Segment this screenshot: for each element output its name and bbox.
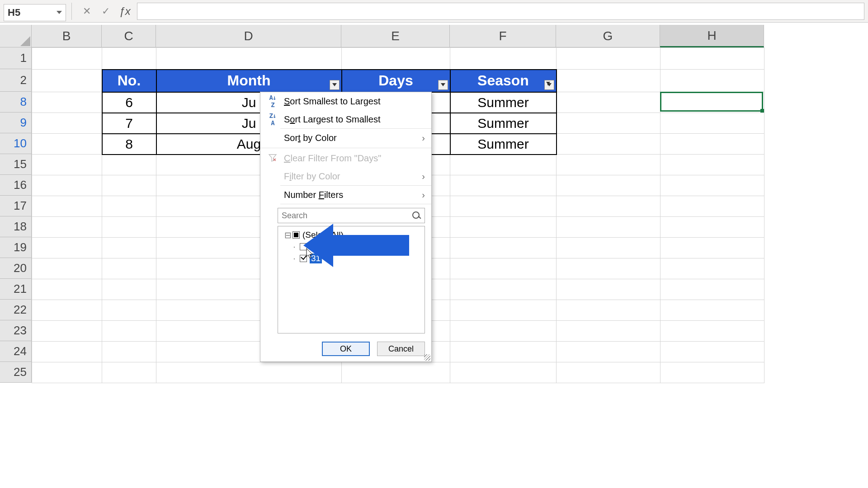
cell-B25[interactable] [32, 362, 102, 383]
cell-H23[interactable] [660, 321, 764, 342]
cell-B1[interactable] [32, 48, 102, 70]
cell-C20[interactable] [102, 258, 156, 279]
row-header-22[interactable]: 22 [0, 300, 32, 320]
cell-F10[interactable]: Summer [450, 134, 557, 155]
cell-H21[interactable] [660, 279, 764, 300]
cell-F25[interactable] [450, 362, 557, 383]
cell-G17[interactable] [557, 196, 660, 217]
filter-item-select-all[interactable]: ⊟ (Select All) [281, 229, 422, 241]
cell-F20[interactable] [450, 258, 557, 279]
cell-B16[interactable] [32, 175, 102, 196]
cell-H2[interactable] [660, 70, 764, 92]
cell-F15[interactable] [450, 155, 557, 175]
cell-B19[interactable] [32, 238, 102, 258]
name-box[interactable]: H5 [4, 4, 66, 21]
row-header-2[interactable]: 2 [0, 69, 32, 92]
row-header-18[interactable]: 18 [0, 216, 32, 237]
filter-button-days[interactable] [438, 80, 448, 90]
cell-E1[interactable] [342, 48, 450, 70]
cell-F23[interactable] [450, 321, 557, 342]
cell-H24[interactable] [660, 342, 764, 362]
row-header-20[interactable]: 20 [0, 258, 32, 279]
cell-C23[interactable] [102, 321, 156, 342]
cell-G24[interactable] [557, 342, 660, 362]
cell-B17[interactable] [32, 196, 102, 217]
cell-G1[interactable] [557, 48, 660, 70]
filter-item-31[interactable]: · 31 [281, 253, 422, 264]
cell-H8[interactable] [660, 92, 764, 113]
formula-cancel-button[interactable]: ✕ [77, 3, 96, 20]
row-header-9[interactable]: 9 [0, 113, 32, 133]
select-all-corner[interactable] [0, 25, 32, 47]
cell-D1[interactable] [156, 48, 342, 70]
cell-B24[interactable] [32, 342, 102, 362]
cell-B15[interactable] [32, 155, 102, 175]
name-box-caret-icon[interactable] [57, 11, 62, 14]
row-header-19[interactable]: 19 [0, 237, 32, 258]
cell-F24[interactable] [450, 342, 557, 362]
column-header-E[interactable]: E [341, 25, 450, 47]
row-header-21[interactable]: 21 [0, 279, 32, 300]
cell-H19[interactable] [660, 238, 764, 258]
filter-search-input[interactable] [278, 208, 425, 223]
cell-D25[interactable] [156, 362, 342, 383]
cell-C1[interactable] [102, 48, 156, 70]
cell-H15[interactable] [660, 155, 764, 175]
column-header-H[interactable]: H [660, 25, 764, 47]
cell-C8[interactable]: 6 [102, 92, 156, 113]
cell-G21[interactable] [557, 279, 660, 300]
column-header-C[interactable]: C [102, 25, 156, 47]
cell-C19[interactable] [102, 238, 156, 258]
sort-descending[interactable]: Z↓A Sort Largest to Smallest [260, 110, 431, 128]
row-header-17[interactable]: 17 [0, 196, 32, 216]
cell-C17[interactable] [102, 196, 156, 217]
resize-grip-icon[interactable] [424, 354, 430, 361]
formula-enter-button[interactable]: ✓ [96, 3, 115, 20]
column-header-B[interactable]: B [32, 25, 102, 47]
cell-C2[interactable]: No. [102, 70, 156, 92]
cell-H17[interactable] [660, 196, 764, 217]
cell-F16[interactable] [450, 175, 557, 196]
filter-button-season[interactable] [544, 80, 554, 90]
search-icon[interactable] [410, 210, 422, 221]
cell-G25[interactable] [557, 362, 660, 383]
cell-H10[interactable] [660, 134, 764, 155]
cell-F18[interactable] [450, 217, 557, 238]
cancel-button[interactable]: Cancel [377, 342, 425, 356]
cell-G16[interactable] [557, 175, 660, 196]
cell-F1[interactable] [450, 48, 557, 70]
row-header-25[interactable]: 25 [0, 362, 32, 383]
cell-H16[interactable] [660, 175, 764, 196]
cell-G20[interactable] [557, 258, 660, 279]
cell-B23[interactable] [32, 321, 102, 342]
row-header-10[interactable]: 10 [0, 133, 32, 154]
cell-F19[interactable] [450, 238, 557, 258]
checkbox-checked[interactable] [300, 255, 307, 262]
checkbox[interactable] [300, 243, 307, 250]
cell-F22[interactable] [450, 300, 557, 321]
row-header-15[interactable]: 15 [0, 154, 32, 175]
cell-H20[interactable] [660, 258, 764, 279]
cell-E25[interactable] [342, 362, 450, 383]
cell-C21[interactable] [102, 279, 156, 300]
cell-C16[interactable] [102, 175, 156, 196]
cell-C18[interactable] [102, 217, 156, 238]
cell-F8[interactable]: Summer [450, 92, 557, 113]
cell-D2[interactable]: Month [156, 70, 342, 92]
cell-F9[interactable]: Summer [450, 113, 557, 134]
cell-C9[interactable]: 7 [102, 113, 156, 134]
cell-C25[interactable] [102, 362, 156, 383]
filter-button-month[interactable] [330, 80, 340, 90]
row-header-16[interactable]: 16 [0, 175, 32, 196]
cell-H18[interactable] [660, 217, 764, 238]
cell-B21[interactable] [32, 279, 102, 300]
ok-button[interactable]: OK [322, 342, 370, 356]
cell-G9[interactable] [557, 113, 660, 134]
checkbox-indeterminate[interactable] [292, 231, 300, 239]
row-header-23[interactable]: 23 [0, 320, 32, 341]
column-header-F[interactable]: F [450, 25, 556, 47]
cell-C15[interactable] [102, 155, 156, 175]
row-header-1[interactable]: 1 [0, 47, 32, 69]
cell-G8[interactable] [557, 92, 660, 113]
cell-F2[interactable]: Season [450, 70, 557, 92]
